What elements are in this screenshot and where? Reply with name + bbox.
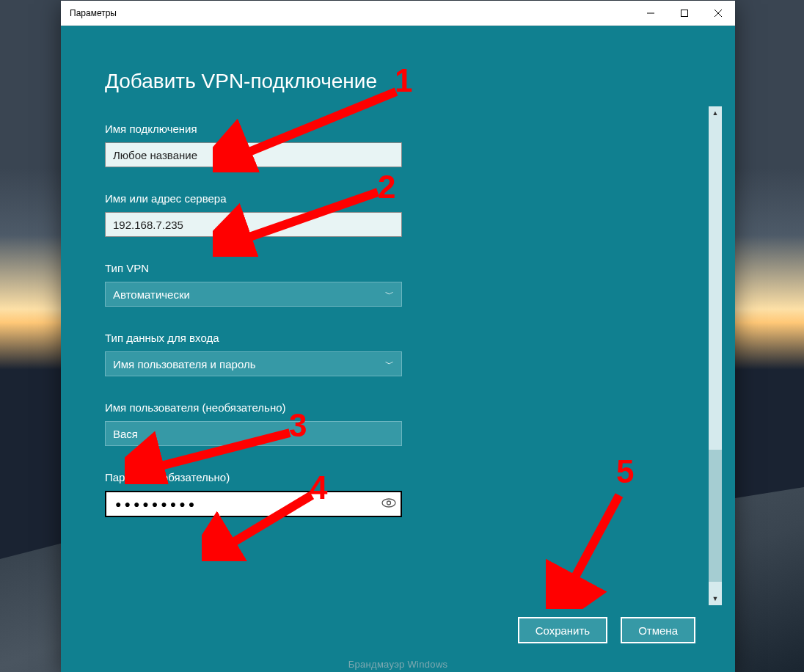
reveal-password-icon[interactable] bbox=[381, 498, 396, 511]
annotation-arrow-2 bbox=[213, 183, 403, 257]
svg-point-5 bbox=[387, 501, 391, 505]
annotation-number-1: 1 bbox=[395, 62, 412, 99]
scroll-up-icon[interactable]: ▲ bbox=[709, 106, 722, 120]
login-type-value: Имя пользователя и пароль bbox=[113, 358, 255, 370]
maximize-button[interactable] bbox=[668, 1, 701, 25]
minimize-icon bbox=[647, 10, 654, 17]
vpn-type-value: Автоматически bbox=[113, 288, 190, 301]
scroll-thumb[interactable] bbox=[709, 450, 722, 582]
annotation-arrow-3 bbox=[125, 426, 315, 484]
annotation-number-4: 4 bbox=[310, 470, 327, 506]
background-app-text: Брандмауэр Windows bbox=[348, 659, 448, 670]
minimize-button[interactable] bbox=[634, 1, 668, 25]
close-button[interactable] bbox=[701, 1, 735, 25]
maximize-icon bbox=[681, 10, 688, 17]
window-title: Параметры bbox=[61, 8, 117, 18]
login-type-select[interactable]: Имя пользователя и пароль ﹀ bbox=[105, 351, 402, 376]
annotation-arrow-5 bbox=[546, 484, 648, 609]
svg-line-9 bbox=[235, 192, 378, 242]
titlebar: Параметры bbox=[61, 1, 735, 26]
vpn-type-label: Тип VPN bbox=[105, 262, 691, 274]
svg-line-7 bbox=[235, 92, 396, 158]
svg-rect-1 bbox=[681, 10, 688, 16]
svg-point-4 bbox=[382, 499, 395, 507]
annotation-number-3: 3 bbox=[289, 407, 307, 444]
annotation-arrow-1 bbox=[213, 84, 418, 172]
save-button[interactable]: Сохранить bbox=[518, 617, 608, 643]
scroll-down-icon[interactable]: ▼ bbox=[709, 592, 722, 605]
cancel-button[interactable]: Отмена bbox=[621, 617, 695, 643]
field-login-type: Тип данных для входа Имя пользователя и … bbox=[105, 332, 691, 376]
annotation-number-2: 2 bbox=[378, 169, 395, 205]
chevron-down-icon: ﹀ bbox=[385, 288, 394, 301]
svg-line-11 bbox=[147, 433, 290, 470]
scroll-track[interactable] bbox=[709, 120, 722, 592]
close-icon bbox=[715, 10, 722, 17]
field-vpn-type: Тип VPN Автоматически ﹀ bbox=[105, 262, 691, 307]
svg-line-15 bbox=[568, 495, 619, 591]
login-type-label: Тип данных для входа bbox=[105, 332, 691, 344]
button-row: Сохранить Отмена bbox=[518, 617, 695, 643]
vpn-type-select[interactable]: Автоматически ﹀ bbox=[105, 282, 402, 307]
username-label: Имя пользователя (необязательно) bbox=[105, 401, 691, 414]
svg-line-13 bbox=[220, 495, 312, 550]
annotation-number-5: 5 bbox=[616, 453, 634, 490]
chevron-down-icon: ﹀ bbox=[385, 358, 394, 370]
scrollbar[interactable]: ▲ ▼ bbox=[709, 106, 722, 605]
